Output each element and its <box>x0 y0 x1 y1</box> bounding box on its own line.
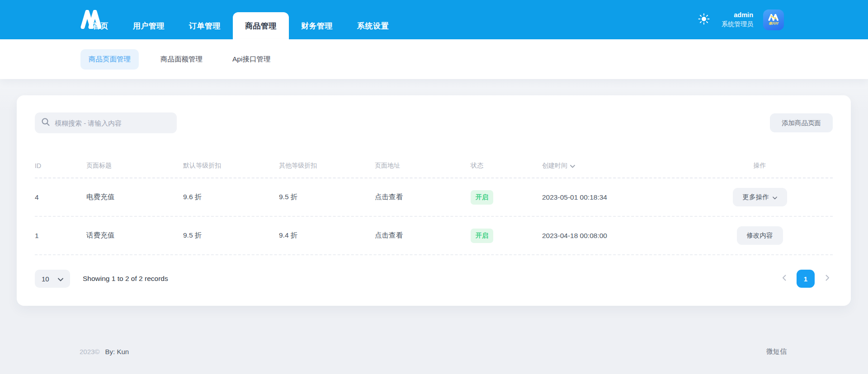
page-footer: 2023© By: Kun 微短信 <box>0 347 868 356</box>
col-status: 状态 <box>471 162 542 170</box>
user-meta: admin 系统管理员 <box>722 11 753 28</box>
col-actions: 操作 <box>687 162 833 170</box>
cell-created-at: 2023-05-01 00:18:34 <box>542 193 687 201</box>
col-default-discount: 默认等级折扣 <box>183 162 279 170</box>
footer-year: 2023© <box>80 348 99 355</box>
theme-toggle-button[interactable] <box>696 12 712 28</box>
col-other-discount: 其他等级折扣 <box>279 162 375 170</box>
nav-item-users[interactable]: 用户管理 <box>121 12 177 39</box>
avatar[interactable]: 微闪付 <box>763 9 784 30</box>
tab-api-management[interactable]: Api接口管理 <box>224 49 278 70</box>
nav-item-products[interactable]: 商品管理 <box>233 12 289 39</box>
page-body: 添加商品页面 ID 页面标题 默认等级折扣 其他等级折扣 页面地址 状态 创建时… <box>0 79 868 374</box>
status-badge: 开启 <box>471 190 493 205</box>
cell-other-discount: 9.5 折 <box>279 192 375 202</box>
pagination-bar: 10 Showing 1 to 2 of 2 records 1 <box>35 270 833 288</box>
user-name: admin <box>722 11 753 20</box>
col-created-at-sort[interactable]: 创建时间 <box>542 162 687 170</box>
user-role: 系统管理员 <box>722 20 753 28</box>
footer-author: By: Kun <box>105 348 129 355</box>
table-row: 4 电费充值 9.6 折 9.5 折 点击查看 开启 2023-05-01 00… <box>35 178 833 217</box>
cell-other-discount: 9.4 折 <box>279 231 375 240</box>
table-header: ID 页面标题 默认等级折扣 其他等级折扣 页面地址 状态 创建时间 操作 <box>35 154 833 178</box>
more-actions-label: 更多操作 <box>743 193 769 201</box>
main-nav: 首页 用户管理 订单管理 商品管理 财务管理 系统设置 <box>80 12 401 39</box>
page-url-link[interactable]: 点击查看 <box>375 192 471 202</box>
edit-content-button[interactable]: 修改内容 <box>737 226 783 245</box>
pager: 1 <box>778 270 833 288</box>
col-created-at-label: 创建时间 <box>542 162 567 170</box>
table-toolbar: 添加商品页面 <box>35 112 833 133</box>
search-box <box>35 112 177 133</box>
chevron-down-icon <box>773 194 777 201</box>
navbar-right-cluster: admin 系统管理员 微闪付 <box>696 0 784 39</box>
search-input[interactable] <box>55 119 170 127</box>
page-size-select[interactable]: 10 <box>35 270 70 288</box>
nav-item-orders[interactable]: 订单管理 <box>177 12 233 39</box>
table-row: 1 话费充值 9.5 折 9.4 折 点击查看 开启 2023-04-18 00… <box>35 217 833 255</box>
cell-id: 1 <box>35 232 86 240</box>
sub-navbar: 商品页面管理 商品面额管理 Api接口管理 <box>0 39 868 79</box>
cell-title: 话费充值 <box>86 231 183 240</box>
page-size-value: 10 <box>42 275 49 283</box>
previous-page-button[interactable] <box>778 273 789 284</box>
add-product-page-button[interactable]: 添加商品页面 <box>770 113 833 132</box>
status-badge: 开启 <box>471 229 493 243</box>
avatar-brand-text: 微闪付 <box>769 21 778 26</box>
nav-item-settings[interactable]: 系统设置 <box>345 12 401 39</box>
tab-product-denominations[interactable]: 商品面额管理 <box>152 49 211 70</box>
cell-default-discount: 9.5 折 <box>183 231 279 240</box>
footer-brand: 微短信 <box>766 347 787 356</box>
cell-title: 电费充值 <box>86 192 183 202</box>
next-page-button[interactable] <box>822 273 833 284</box>
chevron-left-icon <box>782 275 786 283</box>
cell-id: 4 <box>35 193 86 201</box>
brand-logo-icon[interactable] <box>80 10 101 31</box>
search-icon <box>41 117 50 128</box>
sun-icon <box>698 13 710 27</box>
chevron-down-icon <box>58 275 63 283</box>
more-actions-button[interactable]: 更多操作 <box>733 188 787 206</box>
col-page-url: 页面地址 <box>375 162 471 170</box>
page-1-button[interactable]: 1 <box>797 270 815 288</box>
page-url-link[interactable]: 点击查看 <box>375 231 471 240</box>
col-id: ID <box>35 162 86 169</box>
pagination-summary: Showing 1 to 2 of 2 records <box>83 275 168 283</box>
footer-credit: 2023© By: Kun <box>80 348 129 355</box>
tab-product-pages[interactable]: 商品页面管理 <box>80 49 139 70</box>
top-navbar: 首页 用户管理 订单管理 商品管理 财务管理 系统设置 admin <box>0 0 868 39</box>
col-title: 页面标题 <box>86 162 183 170</box>
cell-default-discount: 9.6 折 <box>183 192 279 202</box>
edit-content-label: 修改内容 <box>747 231 773 240</box>
content-card: 添加商品页面 ID 页面标题 默认等级折扣 其他等级折扣 页面地址 状态 创建时… <box>17 95 851 306</box>
nav-item-finance[interactable]: 财务管理 <box>289 12 345 39</box>
chevron-down-icon <box>570 162 575 169</box>
chevron-right-icon <box>826 275 830 283</box>
cell-created-at: 2023-04-18 00:08:00 <box>542 232 687 240</box>
avatar-logo-icon <box>768 14 779 21</box>
